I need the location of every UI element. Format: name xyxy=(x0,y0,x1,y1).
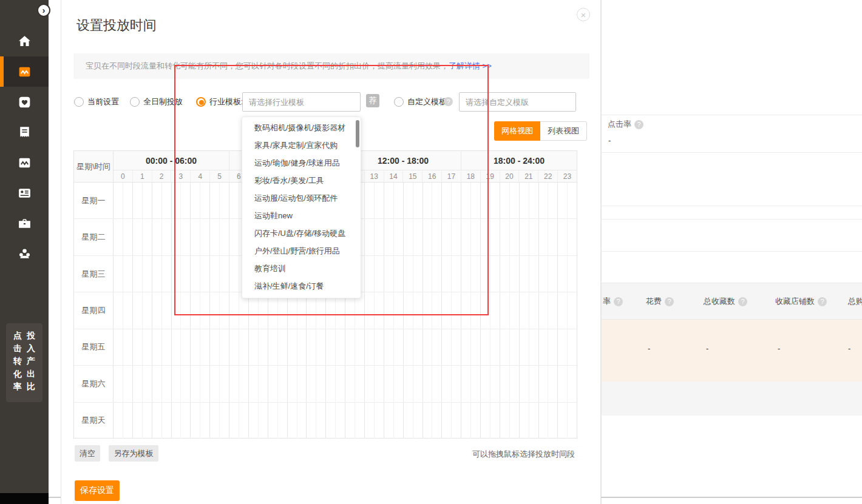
schedule-cell[interactable] xyxy=(510,329,520,365)
schedule-cell[interactable] xyxy=(365,183,375,218)
schedule-cell[interactable] xyxy=(152,183,162,218)
schedule-cell[interactable] xyxy=(490,183,500,218)
schedule-cell[interactable] xyxy=(529,329,539,365)
schedule-cell[interactable] xyxy=(404,403,413,438)
schedule-cell[interactable] xyxy=(461,219,471,255)
schedule-cell[interactable] xyxy=(529,219,539,255)
schedule-cell[interactable] xyxy=(133,219,143,255)
schedule-cell[interactable] xyxy=(123,183,133,218)
schedule-cell[interactable] xyxy=(152,366,162,402)
schedule-cell[interactable] xyxy=(210,219,220,255)
schedule-cell[interactable] xyxy=(471,219,481,255)
schedule-cell[interactable] xyxy=(558,219,568,255)
schedule-cell[interactable] xyxy=(432,366,442,402)
option-custom-template[interactable]: 自定义模板: xyxy=(394,92,449,112)
schedule-cell[interactable] xyxy=(384,292,394,328)
schedule-cell[interactable] xyxy=(404,366,413,402)
schedule-cell[interactable] xyxy=(520,329,529,365)
schedule-cell[interactable] xyxy=(229,292,239,328)
schedule-cell[interactable] xyxy=(394,292,404,328)
schedule-cell[interactable] xyxy=(220,292,229,328)
schedule-cell[interactable] xyxy=(123,403,133,438)
dropdown-item[interactable]: 彩妆/香水/美发/工具 xyxy=(242,172,361,189)
schedule-cell[interactable] xyxy=(539,183,549,218)
schedule-cell[interactable] xyxy=(220,183,229,218)
schedule-cell[interactable] xyxy=(152,219,162,255)
schedule-cell[interactable] xyxy=(375,292,384,328)
schedule-cell[interactable] xyxy=(432,403,442,438)
help-icon[interactable]: ? xyxy=(738,297,747,306)
schedule-cell[interactable] xyxy=(143,366,152,402)
schedule-cell[interactable] xyxy=(520,403,529,438)
schedule-cell[interactable] xyxy=(162,219,172,255)
schedule-cell[interactable] xyxy=(239,403,249,438)
schedule-cell[interactable] xyxy=(239,329,249,365)
schedule-cell[interactable] xyxy=(404,329,413,365)
schedule-cell[interactable] xyxy=(220,256,229,292)
schedule-cell[interactable] xyxy=(172,219,182,255)
schedule-cell[interactable] xyxy=(510,403,520,438)
schedule-cell[interactable] xyxy=(200,219,210,255)
schedule-cell[interactable] xyxy=(452,256,461,292)
schedule-cell[interactable] xyxy=(114,256,123,292)
schedule-cell[interactable] xyxy=(375,366,384,402)
schedule-cell[interactable] xyxy=(413,329,423,365)
learn-more-link[interactable]: 了解详情 >> xyxy=(449,61,492,72)
schedule-cell[interactable] xyxy=(394,366,404,402)
schedule-cell[interactable] xyxy=(452,219,461,255)
schedule-cell[interactable] xyxy=(249,329,259,365)
schedule-cell[interactable] xyxy=(326,329,336,365)
schedule-cell[interactable] xyxy=(490,292,500,328)
schedule-cell[interactable] xyxy=(123,219,133,255)
help-icon[interactable]: ? xyxy=(818,297,827,306)
schedule-cell[interactable] xyxy=(220,219,229,255)
schedule-cell[interactable] xyxy=(471,256,481,292)
sidebar-item-tools[interactable] xyxy=(0,208,49,238)
schedule-cell[interactable] xyxy=(162,329,172,365)
schedule-cell[interactable] xyxy=(162,183,172,218)
save-settings-button[interactable]: 保存设置 xyxy=(75,480,120,501)
clear-button[interactable]: 清空 xyxy=(75,445,100,462)
schedule-cell[interactable] xyxy=(423,403,433,438)
schedule-cell[interactable] xyxy=(278,366,288,402)
schedule-cell[interactable] xyxy=(481,183,490,218)
schedule-cell[interactable] xyxy=(345,366,355,402)
dropdown-item[interactable]: 滋补/生鲜/速食/订餐 xyxy=(242,277,361,295)
schedule-cell[interactable] xyxy=(191,219,200,255)
schedule-cell[interactable] xyxy=(181,219,191,255)
custom-template-select[interactable] xyxy=(459,92,576,112)
schedule-cell[interactable] xyxy=(432,256,442,292)
schedule-cell[interactable] xyxy=(114,292,123,328)
sidebar-item-home[interactable] xyxy=(0,26,49,56)
schedule-cell[interactable] xyxy=(461,256,471,292)
schedule-cell[interactable] xyxy=(384,329,394,365)
schedule-cell[interactable] xyxy=(384,256,394,292)
schedule-cell[interactable] xyxy=(316,403,326,438)
dropdown-item[interactable]: 数码相机/摄像机/摄影器材 xyxy=(242,119,361,136)
schedule-cell[interactable] xyxy=(200,183,210,218)
schedule-cell[interactable] xyxy=(200,256,210,292)
schedule-cell[interactable] xyxy=(481,329,490,365)
schedule-cell[interactable] xyxy=(471,403,481,438)
schedule-cell[interactable] xyxy=(548,183,558,218)
schedule-cell[interactable] xyxy=(375,183,384,218)
close-button[interactable]: × xyxy=(577,8,590,21)
schedule-cell[interactable] xyxy=(336,329,345,365)
schedule-cell[interactable] xyxy=(114,366,123,402)
schedule-cell[interactable] xyxy=(452,366,461,402)
schedule-cell[interactable] xyxy=(490,219,500,255)
schedule-cell[interactable] xyxy=(471,366,481,402)
schedule-cell[interactable] xyxy=(548,329,558,365)
schedule-cell[interactable] xyxy=(568,366,577,402)
schedule-cell[interactable] xyxy=(210,292,220,328)
schedule-cell[interactable] xyxy=(539,366,549,402)
schedule-cell[interactable] xyxy=(355,403,365,438)
help-icon[interactable]: ? xyxy=(665,297,674,306)
schedule-cell[interactable] xyxy=(404,292,413,328)
schedule-cell[interactable] xyxy=(259,403,268,438)
schedule-cell[interactable] xyxy=(548,219,558,255)
schedule-cell[interactable] xyxy=(355,329,365,365)
schedule-cell[interactable] xyxy=(133,403,143,438)
schedule-cell[interactable] xyxy=(152,403,162,438)
sidebar-item-orders[interactable] xyxy=(0,117,49,147)
